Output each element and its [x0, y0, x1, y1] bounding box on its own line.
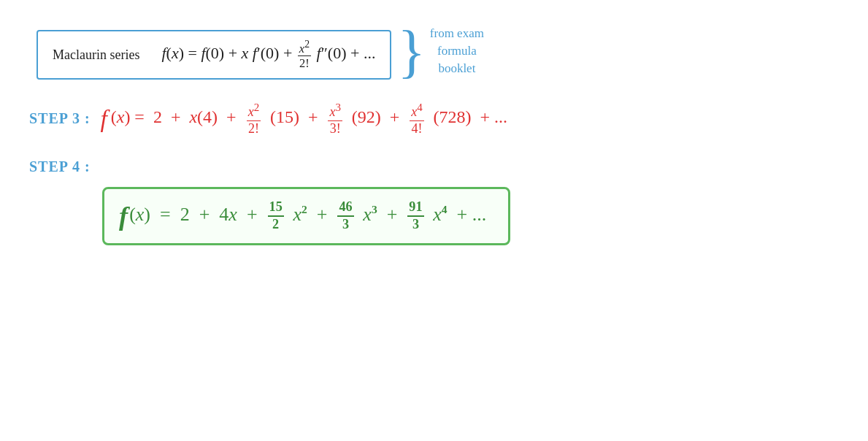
- answer-math: f (x) = 2 + 4x + 15 2 x2 + 46 3 x3 +: [119, 199, 486, 233]
- answer-box: f (x) = 2 + 4x + 15 2 x2 + 46 3 x3 +: [102, 187, 510, 245]
- answer-expr: (x) = 2 + 4x + 15 2 x2 + 46 3 x3 +: [129, 199, 486, 233]
- step3-f: f: [101, 105, 107, 133]
- brace-annotation: } from exam formula booklet: [397, 22, 484, 80]
- formula-label: Maclaurin series: [53, 47, 139, 63]
- step4-label: STEP 4 :: [29, 158, 846, 175]
- step3-expr: (x) = 2 + x(4) + x2 2! (15) + x3 3! (92)…: [107, 101, 507, 137]
- maclaurin-box: Maclaurin series f(x) = f(0) + x f′(0) +…: [37, 30, 391, 80]
- answer-f: f: [119, 201, 128, 231]
- step3-label: STEP 3 :: [29, 110, 91, 127]
- step4-section: STEP 4 : f (x) = 2 + 4x + 15 2 x2 + 46 3: [29, 158, 846, 245]
- step3-math: f (x) = 2 + x(4) + x2 2! (15) + x3 3! (9…: [101, 101, 508, 137]
- main-formula-expression: f(x) = f(0) + x f′(0) + x2 2! f″(0) + ..…: [161, 39, 375, 71]
- curly-brace-icon: }: [397, 22, 425, 80]
- formula-row: Maclaurin series f(x) = f(0) + x f′(0) +…: [22, 22, 846, 80]
- main-page: Maclaurin series f(x) = f(0) + x f′(0) +…: [0, 0, 868, 441]
- step3-section: STEP 3 : f (x) = 2 + x(4) + x2 2! (15) +…: [29, 101, 846, 137]
- annotation-text: from exam formula booklet: [430, 25, 484, 77]
